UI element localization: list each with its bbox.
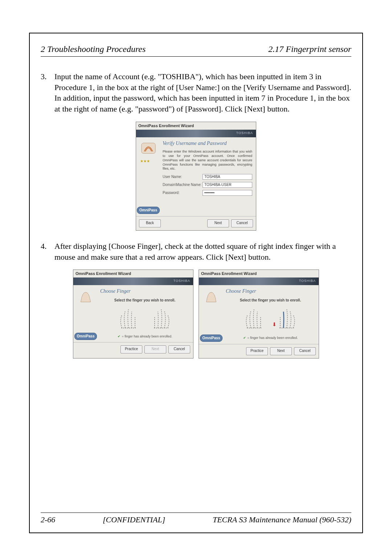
header-left: 2 Troubleshooting Procedures bbox=[41, 44, 146, 54]
wizard-title: OmniPass Enrollment Wizard bbox=[199, 270, 319, 278]
page-footer: 2-66 [CONFIDENTIAL] TECRA S3 Maintenance… bbox=[41, 513, 351, 524]
footer-page-number: 2-66 bbox=[41, 515, 55, 524]
wizard-footer: Practice Next Cancel bbox=[199, 344, 319, 358]
wizard-heading: Choose Finger bbox=[100, 288, 189, 295]
omnipass-badge: OmniPass bbox=[74, 333, 97, 340]
footer-manual-title: TECRA S3 Maintenance Manual (960-532) bbox=[213, 515, 351, 524]
figure-verify-credentials: OmniPass Enrollment Wizard TOSHIBA ★★★ bbox=[41, 122, 351, 231]
step-3-text: Input the name of Account (e.g. "TOSHIBA… bbox=[54, 71, 351, 114]
step-4-number: 4. bbox=[41, 241, 54, 262]
wizard-heading: Choose Finger bbox=[226, 288, 315, 295]
cancel-button[interactable]: Cancel bbox=[294, 347, 316, 355]
enrolled-legend: ✔= finger has already been enrolled. bbox=[100, 334, 189, 339]
practice-button[interactable]: Practice bbox=[121, 345, 142, 353]
wizard-sidebar: OmniPass bbox=[199, 285, 224, 344]
wizard-choose-finger-after: OmniPass Enrollment Wizard TOSHIBA OmniP… bbox=[199, 270, 319, 358]
username-label: User Name: bbox=[163, 174, 203, 179]
cancel-button[interactable]: Cancel bbox=[168, 345, 190, 353]
wizard-title: OmniPass Enrollment Wizard bbox=[73, 270, 193, 278]
password-label: Password: bbox=[163, 190, 203, 195]
red-arrow-icon: ⬇ bbox=[272, 321, 277, 327]
username-input[interactable] bbox=[203, 174, 252, 180]
left-hand-icon[interactable] bbox=[241, 305, 267, 331]
username-row: User Name: bbox=[163, 174, 252, 180]
hands-diagram[interactable]: ⬇ bbox=[226, 305, 315, 333]
domain-input[interactable] bbox=[203, 182, 252, 188]
wizard-brand-banner: TOSHIBA bbox=[199, 278, 319, 285]
wizard-sidebar: ★★★ OmniPass bbox=[136, 137, 160, 216]
wizard-sidebar: OmniPass bbox=[73, 285, 98, 342]
figure-choose-finger-row: OmniPass Enrollment Wizard TOSHIBA OmniP… bbox=[41, 270, 351, 358]
body-text: 3. Input the name of Account (e.g. "TOSH… bbox=[41, 71, 351, 358]
right-hand-icon[interactable] bbox=[274, 305, 300, 331]
password-input[interactable] bbox=[203, 190, 252, 196]
step-3-number: 3. bbox=[41, 71, 54, 114]
wizard-title: OmniPass Enrollment Wizard bbox=[136, 122, 256, 130]
omnipass-badge: OmniPass bbox=[137, 207, 160, 214]
wizard-description: Please enter the Windows account informa… bbox=[163, 150, 252, 171]
next-button[interactable]: Next bbox=[207, 219, 229, 227]
password-row: Password: bbox=[163, 190, 252, 196]
next-button[interactable]: Next bbox=[270, 347, 292, 355]
fingerprint-icon: ★★★ bbox=[140, 141, 157, 164]
step-4: 4. After displaying [Choose Finger], che… bbox=[41, 241, 351, 262]
select-finger-note: Select the finger you wish to enroll. bbox=[100, 298, 189, 303]
enrolled-legend: ✔= finger has already been enrolled. bbox=[226, 336, 315, 340]
domain-row: Domain\Machine Name: bbox=[163, 182, 252, 188]
wizard-brand-banner: TOSHIBA bbox=[73, 278, 193, 285]
finger-icon bbox=[203, 289, 220, 307]
page-header: 2 Troubleshooting Procedures 2.17 Finger… bbox=[41, 44, 351, 54]
header-rule bbox=[41, 56, 351, 57]
check-icon: ✔ bbox=[243, 336, 246, 340]
page: 2 Troubleshooting Procedures 2.17 Finger… bbox=[0, 0, 392, 555]
omnipass-badge: OmniPass bbox=[200, 335, 223, 342]
select-finger-note: Select the finger you wish to enroll. bbox=[226, 298, 315, 303]
practice-button[interactable]: Practice bbox=[246, 347, 268, 355]
check-icon: ✔ bbox=[118, 335, 121, 338]
cancel-button[interactable]: Cancel bbox=[231, 219, 253, 227]
step-3: 3. Input the name of Account (e.g. "TOSH… bbox=[41, 71, 351, 114]
right-hand-icon[interactable] bbox=[148, 305, 174, 331]
footer-rule bbox=[41, 513, 351, 513]
hands-diagram[interactable] bbox=[100, 305, 189, 331]
wizard-footer: Back Next Cancel bbox=[136, 216, 256, 230]
wizard-footer: Practice Next Cancel bbox=[73, 342, 193, 356]
wizard-verify: OmniPass Enrollment Wizard TOSHIBA ★★★ bbox=[136, 122, 256, 231]
wizard-brand-banner: TOSHIBA bbox=[136, 130, 256, 137]
finger-icon bbox=[77, 289, 94, 307]
domain-label: Domain\Machine Name: bbox=[163, 182, 203, 187]
back-button[interactable]: Back bbox=[139, 219, 161, 227]
wizard-heading: Verify Username and Password bbox=[163, 140, 252, 147]
page-frame: 2 Troubleshooting Procedures 2.17 Finger… bbox=[29, 33, 363, 533]
stars-icon: ★★★ bbox=[140, 159, 157, 164]
footer-confidential: [CONFIDENTIAL] bbox=[103, 515, 165, 524]
wizard-choose-finger-before: OmniPass Enrollment Wizard TOSHIBA OmniP… bbox=[73, 270, 193, 358]
step-4-text: After displaying [Choose Finger], check … bbox=[54, 241, 351, 262]
header-right: 2.17 Fingerprint sensor bbox=[268, 44, 351, 54]
next-button[interactable]: Next bbox=[144, 345, 166, 353]
left-hand-icon[interactable] bbox=[115, 305, 142, 331]
